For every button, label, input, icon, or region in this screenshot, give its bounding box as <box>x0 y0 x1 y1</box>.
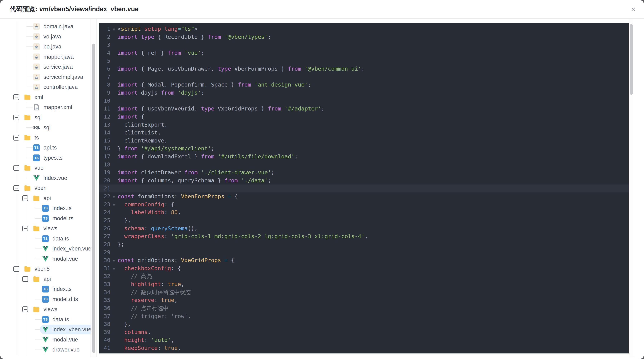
tree-guide-line <box>17 82 17 92</box>
ts-file-icon: TS <box>42 316 49 323</box>
tree-item-sql[interactable]: SQLsql <box>0 122 90 133</box>
tree-item-content[interactable]: XMLmapper.xml <box>31 102 77 112</box>
tree-item-content[interactable]: serviceImpl.java <box>31 72 88 82</box>
tree-item-content[interactable]: controller.java <box>31 82 83 92</box>
tree-item-ts[interactable]: ts <box>0 133 90 143</box>
tree-item-index_vben.vue[interactable]: index_vben.vue <box>0 244 90 254</box>
tree-item-content[interactable]: bo.java <box>31 42 66 51</box>
collapse-toggle-icon[interactable] <box>14 135 19 140</box>
tree-item-content[interactable]: SQLsql <box>31 123 56 132</box>
fold-arrow-icon[interactable]: ∨ <box>110 201 118 209</box>
line-number: 25 <box>99 216 110 224</box>
dialog-title: 代码预览: vm/vben5/views/index_vben.vue <box>10 5 138 13</box>
tree-item-content[interactable]: TStypes.ts <box>31 153 68 163</box>
tree-item-index.vue[interactable]: index.vue <box>0 173 90 183</box>
tree-item-data.ts[interactable]: TSdata.ts <box>0 315 90 325</box>
tree-item-vben5[interactable]: vben5 <box>0 264 90 274</box>
tree-item-content[interactable]: service.java <box>31 62 78 72</box>
tree-item-controller.java[interactable]: controller.java <box>0 82 90 92</box>
tree-item-model.ts[interactable]: TSmodel.ts <box>0 213 90 224</box>
tree-scrollbar[interactable] <box>90 18 97 357</box>
tree-item-bo.java[interactable]: bo.java <box>0 42 90 52</box>
tree-item-vue[interactable]: vue <box>0 163 90 173</box>
collapse-toggle-icon[interactable] <box>22 276 28 282</box>
tree-item-label: controller.java <box>44 84 78 90</box>
tree-item-content[interactable]: index.vue <box>31 173 72 183</box>
tree-item-views[interactable]: views <box>0 304 90 315</box>
code-line: 34 // 翻页时保留选中状态 <box>99 288 629 296</box>
tree-item-content[interactable]: TSapi.ts <box>31 143 62 152</box>
editor-scrollbar-thumb[interactable] <box>630 24 633 95</box>
editor-scrollbar[interactable] <box>629 18 634 357</box>
tree-item-modal.vue[interactable]: modal.vue <box>0 254 90 264</box>
tree-item-data.ts[interactable]: TSdata.ts <box>0 234 90 244</box>
collapse-toggle-icon[interactable] <box>14 165 19 171</box>
tree-item-content[interactable]: TSmodel.d.ts <box>40 295 83 304</box>
tree-item-content[interactable]: TSdata.ts <box>40 315 74 324</box>
collapse-toggle-icon[interactable] <box>14 94 19 100</box>
tree-item-index.ts[interactable]: TSindex.ts <box>0 203 90 213</box>
collapse-toggle-icon[interactable] <box>22 226 28 231</box>
tree-item-sql[interactable]: sql <box>0 112 90 123</box>
code-editor[interactable]: 1∨<script setup lang="ts">2import type {… <box>99 23 629 354</box>
tree-item-mapper.java[interactable]: mapper.java <box>0 52 90 62</box>
tree-item-selected[interactable]: index_vben.vue <box>40 325 90 334</box>
collapse-toggle-icon[interactable] <box>14 185 19 191</box>
tree-item-modal.vue[interactable]: modal.vue <box>0 335 90 345</box>
tree-item-content[interactable]: vben5 <box>22 264 54 274</box>
collapse-toggle-icon[interactable] <box>22 307 28 312</box>
tree-item-api[interactable]: api <box>0 193 90 203</box>
tree-item-content[interactable]: index_vben.vue <box>40 244 90 254</box>
tree-item-mapper.xml[interactable]: XMLmapper.xml <box>0 102 90 112</box>
tree-item-views[interactable]: views <box>0 224 90 234</box>
tree-item-content[interactable]: xml <box>22 92 48 102</box>
tree-item-api.ts[interactable]: TSapi.ts <box>0 143 90 153</box>
tree-item-api[interactable]: api <box>0 274 90 284</box>
tree-item-content[interactable]: modal.vue <box>40 254 83 264</box>
tree-scrollbar-thumb[interactable] <box>92 44 95 353</box>
tree-item-content[interactable]: vo.java <box>31 32 66 41</box>
tree-item-content[interactable]: modal.vue <box>40 335 83 345</box>
vue-file-icon <box>33 175 40 181</box>
tree-item-content[interactable]: domain.java <box>31 22 78 31</box>
tree-item-label: api <box>44 195 51 202</box>
fold-arrow-icon[interactable]: ∨ <box>110 265 118 273</box>
tree-item-content[interactable]: drawer.vue <box>40 345 84 355</box>
tree-item-content[interactable]: TSmodel.ts <box>40 214 78 223</box>
tree-item-index.ts[interactable]: TSindex.ts <box>0 284 90 294</box>
fold-arrow-icon[interactable]: ∨ <box>110 25 118 34</box>
tree-item-content[interactable]: views <box>31 305 62 314</box>
collapse-toggle-icon[interactable] <box>14 266 19 272</box>
file-tree[interactable]: domain.javavo.javabo.javamapper.javaserv… <box>0 18 90 359</box>
tree-item-types.ts[interactable]: TStypes.ts <box>0 153 90 163</box>
tree-item-content[interactable]: vue <box>22 163 48 173</box>
tree-item-serviceImpl.java[interactable]: serviceImpl.java <box>0 72 90 82</box>
code-text: clientList, <box>118 129 161 136</box>
tree-item-domain.java[interactable]: domain.java <box>0 21 90 32</box>
tree-item-index_vben.vue[interactable]: index_vben.vue <box>0 325 90 335</box>
tree-guide-line <box>26 234 26 244</box>
code-line: 27 wrapperClass: 'grid-cols-1 md:grid-co… <box>99 232 629 240</box>
code-line: 22∨const formOptions: VbenFormProps = { <box>99 192 629 200</box>
tree-item-content[interactable]: api <box>31 193 56 203</box>
fold-arrow-icon[interactable]: ∨ <box>110 257 118 265</box>
tree-item-content[interactable]: TSindex.ts <box>40 203 76 213</box>
tree-item-content[interactable]: mapper.java <box>31 52 79 62</box>
tree-item-drawer.vue[interactable]: drawer.vue <box>0 345 90 355</box>
tree-item-content[interactable]: vben <box>22 183 52 193</box>
collapse-toggle-icon[interactable] <box>14 115 19 120</box>
tree-item-content[interactable]: sql <box>22 113 47 122</box>
tree-item-vben[interactable]: vben <box>0 183 90 193</box>
tree-item-content[interactable]: TSindex.ts <box>40 284 76 294</box>
fold-arrow-icon[interactable]: ∨ <box>110 193 118 201</box>
collapse-toggle-icon[interactable] <box>22 195 28 201</box>
tree-item-content[interactable]: TSdata.ts <box>40 234 74 244</box>
tree-item-service.java[interactable]: service.java <box>0 62 90 72</box>
tree-item-content[interactable]: ts <box>22 133 44 142</box>
close-icon[interactable]: × <box>628 4 639 15</box>
tree-item-content[interactable]: api <box>31 274 56 284</box>
tree-item-xml[interactable]: xml <box>0 92 90 102</box>
tree-item-model.d.ts[interactable]: TSmodel.d.ts <box>0 294 90 305</box>
tree-item-content[interactable]: views <box>31 224 62 233</box>
tree-item-vo.java[interactable]: vo.java <box>0 32 90 42</box>
